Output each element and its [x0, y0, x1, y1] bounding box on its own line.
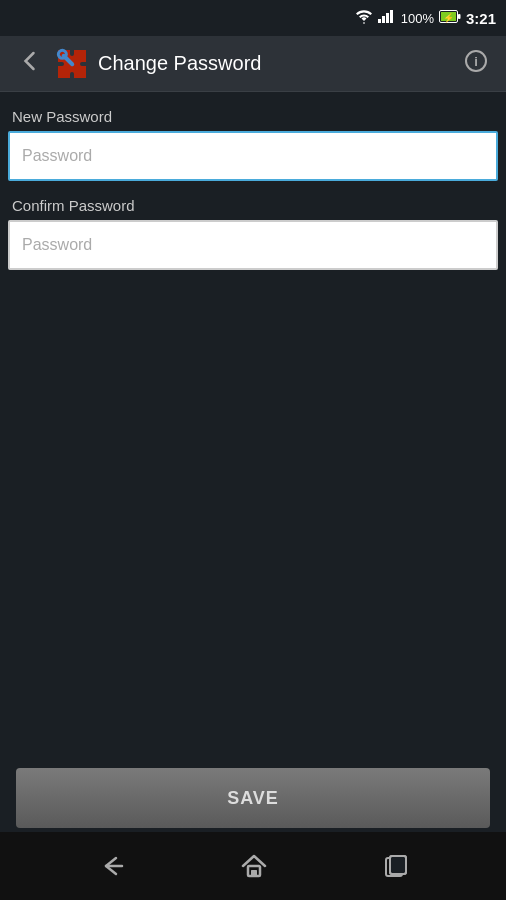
battery-icon: ⚡	[439, 10, 461, 26]
svg-rect-3	[390, 10, 393, 23]
svg-rect-13	[251, 870, 257, 876]
svg-text:i: i	[474, 54, 478, 69]
confirm-password-label: Confirm Password	[8, 197, 498, 214]
back-nav-button[interactable]	[96, 852, 126, 880]
svg-rect-15	[390, 856, 406, 874]
confirm-password-input[interactable]	[8, 220, 498, 270]
status-icons: 100% ⚡ 3:21	[355, 9, 496, 27]
svg-rect-0	[378, 19, 381, 23]
battery-percentage: 100%	[401, 11, 434, 26]
page-title: Change Password	[98, 52, 456, 75]
status-bar: 100% ⚡ 3:21	[0, 0, 506, 36]
app-icon	[54, 46, 90, 82]
signal-icon	[378, 9, 396, 27]
recent-nav-button[interactable]	[382, 852, 410, 880]
back-button[interactable]	[10, 41, 50, 87]
svg-rect-1	[382, 16, 385, 23]
wifi-icon	[355, 10, 373, 27]
home-nav-button[interactable]	[239, 852, 269, 880]
confirm-password-field-group: Confirm Password	[8, 197, 498, 286]
save-button-container: SAVE	[16, 768, 490, 828]
new-password-field-group: New Password	[8, 108, 498, 197]
nav-bar	[0, 832, 506, 900]
main-content: New Password Confirm Password	[0, 92, 506, 302]
status-time: 3:21	[466, 10, 496, 27]
save-button[interactable]: SAVE	[16, 768, 490, 828]
svg-rect-2	[386, 13, 389, 23]
new-password-input[interactable]	[8, 131, 498, 181]
action-bar: Change Password i	[0, 36, 506, 92]
svg-text:⚡: ⚡	[443, 12, 455, 23]
svg-rect-6	[458, 14, 461, 19]
new-password-label: New Password	[8, 108, 498, 125]
info-button[interactable]: i	[456, 41, 496, 86]
